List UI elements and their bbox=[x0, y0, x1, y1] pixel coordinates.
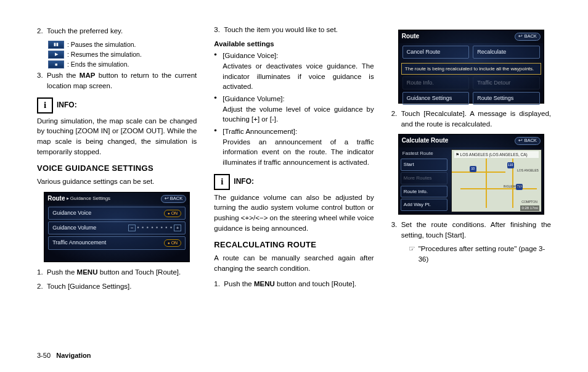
info-heading: i INFO: bbox=[37, 97, 197, 114]
bullet-item: • [Guidance Voice]:Activates or deactiva… bbox=[214, 51, 374, 92]
section-heading: RECALCULATING ROUTE bbox=[214, 239, 374, 251]
back-button[interactable]: ↩ BACK bbox=[161, 195, 187, 203]
volume-control[interactable]: − • • • • • • • • + bbox=[128, 224, 181, 232]
plus-button[interactable]: + bbox=[174, 225, 181, 231]
info-text: The guidance volume can also be adjusted… bbox=[214, 192, 374, 234]
pause-icon: ▮▮ bbox=[48, 41, 64, 49]
add-waypoint-button[interactable]: Add Way Pt. bbox=[401, 199, 447, 211]
legend-row: ▮▮: Pauses the simulation. bbox=[48, 40, 197, 49]
city-label: LOS ANGELES bbox=[517, 168, 539, 173]
play-icon: ▶ bbox=[48, 51, 64, 59]
step-item: 2.Touch [Guidance Settings]. bbox=[37, 281, 197, 292]
on-indicator: ON bbox=[164, 210, 181, 217]
minus-button[interactable]: − bbox=[128, 225, 136, 231]
guidance-voice-row[interactable]: Guidance Voice ON bbox=[48, 207, 186, 220]
more-routes-button: More Routes bbox=[401, 172, 447, 184]
message-banner: The route is being recalculated to inclu… bbox=[401, 63, 541, 75]
guidance-settings-screen: Route▸ Guidance Settings ↩ BACK Guidance… bbox=[44, 192, 190, 262]
route-settings-button[interactable]: Route Settings bbox=[473, 92, 540, 105]
info-text: During simulation, the map scale can be … bbox=[37, 116, 197, 157]
cancel-route-button[interactable]: Cancel Route bbox=[402, 46, 470, 59]
bullet-item: • [Traffic Announcement]:Provides an ann… bbox=[214, 126, 374, 168]
back-button[interactable]: ↩ BACK bbox=[515, 137, 541, 145]
reference-icon: ☞ bbox=[409, 244, 415, 264]
map-scale: 0:28 17mi bbox=[520, 205, 539, 211]
city-label: COMPTON bbox=[521, 200, 537, 204]
traffic-detour-button: Traffic Detour bbox=[473, 76, 540, 89]
cross-reference: ☞ "Procedures after setting route" (page… bbox=[409, 244, 551, 264]
page-footer: 3-50 Navigation bbox=[37, 351, 91, 361]
section-heading: VOICE GUIDANCE SETTINGS bbox=[37, 163, 197, 175]
body-text: Various guidance settings can be set. bbox=[37, 176, 197, 187]
traffic-announcement-row[interactable]: Traffic Announcement ON bbox=[48, 236, 186, 249]
route-map: ⚑ LOS ANGELES (LOS ANGELES, CA) 10 110 7… bbox=[451, 149, 542, 212]
recalculate-button[interactable]: Recalculate bbox=[473, 46, 540, 59]
step-item: 2.Touch the preferred key. bbox=[37, 26, 197, 36]
route-info-button: Route Info. bbox=[402, 76, 470, 89]
step-item: 3.Set the route conditions. After finish… bbox=[391, 220, 551, 240]
step-item: 1. Push the MENU button and Touch [Route… bbox=[37, 267, 197, 278]
info-icon: i bbox=[37, 97, 53, 114]
info-icon: i bbox=[214, 174, 230, 190]
calculate-route-screen: Calculate Route ↩ BACK Fastest Route Sta… bbox=[398, 134, 544, 215]
guidance-settings-button[interactable]: Guidance Settings bbox=[402, 92, 470, 105]
stop-icon: ■ bbox=[48, 60, 64, 68]
route-menu-screen: Route ↩ BACK Cancel Route Recalculate Th… bbox=[398, 30, 544, 104]
city-label: INGLEWOOD bbox=[504, 184, 523, 189]
step-item: 2.Touch [Recalculate]. A message is disp… bbox=[391, 109, 551, 129]
body-text: A route can be manually searched again a… bbox=[214, 253, 374, 273]
route-type-label: Fastest Route bbox=[401, 149, 447, 158]
bullet-item: • [Guidance Volume]:Adjust the volume le… bbox=[214, 94, 374, 125]
destination-label: ⚑ LOS ANGELES (LOS ANGELES, CA) bbox=[454, 151, 539, 158]
guidance-volume-row[interactable]: Guidance Volume − • • • • • • • • + bbox=[48, 221, 186, 234]
subheading: Available settings bbox=[214, 39, 374, 49]
start-button[interactable]: Start bbox=[401, 159, 447, 171]
on-indicator: ON bbox=[164, 239, 181, 247]
step-item: 1. Push the MENU button and touch [Route… bbox=[214, 279, 374, 289]
legend-row: ■: Ends the simulation. bbox=[48, 60, 197, 69]
step-item: 3.Touch the item you would like to set. bbox=[214, 25, 374, 35]
legend-row: ▶: Resumes the simulation. bbox=[48, 50, 197, 59]
info-heading: i INFO: bbox=[214, 174, 374, 190]
back-button[interactable]: ↩ BACK bbox=[515, 33, 541, 41]
route-info-button[interactable]: Route Info. bbox=[401, 186, 447, 198]
step-item: 3. Push the MAP button to return to the … bbox=[37, 70, 197, 91]
